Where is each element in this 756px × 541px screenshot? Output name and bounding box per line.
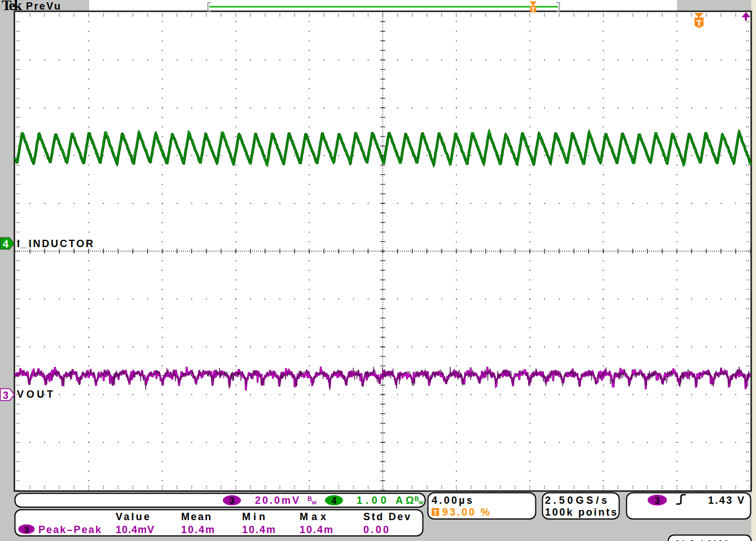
svg-text:Min: Min — [242, 511, 265, 522]
svg-text:3: 3 — [24, 525, 29, 534]
svg-text:W: W — [312, 500, 317, 505]
svg-text:I_INDUCTOR: I_INDUCTOR — [17, 238, 93, 249]
svg-text:Ω: Ω — [406, 495, 414, 506]
svg-text:3: 3 — [655, 496, 660, 505]
svg-text:93.00 %: 93.00 % — [442, 507, 490, 518]
svg-text:10.4mV: 10.4mV — [116, 524, 154, 535]
svg-text:0.00: 0.00 — [363, 524, 389, 535]
svg-text:3: 3 — [230, 496, 235, 505]
svg-text:Peak–Peak: Peak–Peak — [38, 524, 102, 535]
svg-text:Value: Value — [116, 511, 150, 522]
svg-text:4: 4 — [3, 239, 8, 250]
svg-text:PreVu: PreVu — [26, 1, 60, 12]
svg-text:T: T — [697, 18, 702, 28]
svg-text:W: W — [419, 500, 424, 505]
svg-text:1.43 V: 1.43 V — [708, 495, 744, 506]
svg-text:T: T — [433, 509, 438, 517]
svg-text:4: 4 — [332, 496, 337, 505]
svg-text:Mean: Mean — [181, 511, 211, 522]
svg-text:100k points: 100k points — [545, 507, 617, 518]
svg-text:T: T — [531, 6, 535, 13]
svg-text:Max: Max — [300, 511, 326, 522]
svg-text:Tek: Tek — [2, 0, 23, 14]
svg-text:2.50GS/s: 2.50GS/s — [545, 495, 607, 506]
svg-text:3: 3 — [3, 390, 8, 401]
